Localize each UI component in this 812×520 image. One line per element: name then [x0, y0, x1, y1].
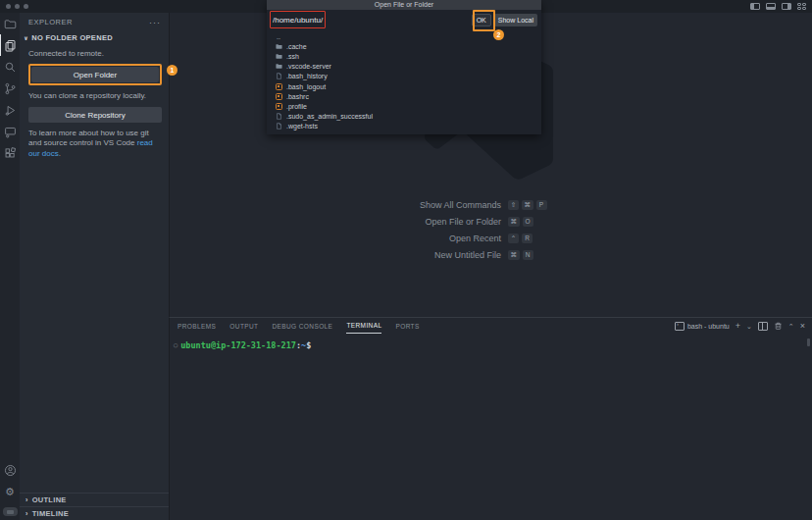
- list-item[interactable]: .wget-hsts: [267, 122, 541, 131]
- clone-hint-text: You can clone a repository locally.: [28, 91, 162, 102]
- shortcut-row: New Untitled File ⌘N: [268, 246, 547, 263]
- remote-indicator-badge[interactable]: [3, 507, 18, 516]
- window-controls[interactable]: [6, 4, 28, 9]
- list-item[interactable]: .bashrc: [267, 91, 541, 101]
- list-item[interactable]: .vscode-server: [267, 62, 541, 72]
- terminal-prompt: ubuntu@ip-172-31-18-217:~$: [180, 340, 311, 350]
- open-folder-annotation-box: Open Folder: [28, 64, 162, 85]
- kill-terminal-icon[interactable]: [774, 321, 783, 331]
- new-terminal-icon[interactable]: +: [736, 322, 740, 331]
- split-terminal-icon[interactable]: [758, 322, 768, 331]
- layout-controls: [750, 3, 806, 10]
- terminal-dropdown-icon[interactable]: ⌄: [746, 323, 752, 330]
- customize-layout-icon[interactable]: [797, 3, 806, 10]
- panel-tab-bar: PROBLEMS OUTPUT DEBUG CONSOLE TERMINAL P…: [170, 318, 812, 334]
- remote-explorer-icon[interactable]: [0, 121, 20, 142]
- toggle-panel-icon[interactable]: [766, 3, 776, 10]
- shortcut-label: Open File or Folder: [268, 217, 508, 227]
- entry-name: .sudo_as_admin_successful: [286, 113, 373, 120]
- list-item[interactable]: .bash_logout: [267, 81, 541, 91]
- shell-script-icon: [276, 83, 282, 90]
- maximize-panel-icon[interactable]: ⌃: [788, 323, 794, 330]
- timeline-section[interactable]: › TIMELINE: [20, 506, 169, 520]
- entry-name: .vscode-server: [286, 63, 331, 70]
- folder-icon: [276, 63, 282, 70]
- shell-script-icon: [276, 93, 282, 100]
- tab-debug-console[interactable]: DEBUG CONSOLE: [272, 318, 332, 334]
- list-item[interactable]: .cache: [267, 41, 541, 51]
- show-local-button[interactable]: Show Local: [494, 14, 537, 26]
- entry-name: .bash_history: [286, 73, 328, 79]
- shortcut-row: Open Recent ⌃R: [268, 230, 547, 246]
- list-item[interactable]: .sudo_as_admin_successful: [267, 112, 541, 122]
- folder-icon[interactable]: [0, 13, 20, 34]
- run-debug-icon[interactable]: [0, 99, 20, 121]
- terminal-content[interactable]: ○ ubuntu@ip-172-31-18-217:~$: [170, 334, 812, 350]
- tab-output[interactable]: OUTPUT: [229, 318, 258, 334]
- outline-label: OUTLINE: [32, 495, 67, 504]
- explorer-icon[interactable]: [0, 34, 20, 56]
- command-decoration-icon: ○: [174, 341, 178, 349]
- docs-text: To learn more about how to use git and s…: [28, 129, 149, 148]
- settings-gear-icon[interactable]: ⚙: [0, 481, 20, 502]
- tab-ports[interactable]: PORTS: [395, 318, 419, 334]
- terminal-instance-label: bash - ubuntu: [687, 323, 730, 330]
- more-actions-icon[interactable]: ···: [149, 21, 161, 25]
- docs-paragraph: To learn more about how to use git and s…: [28, 129, 162, 160]
- activity-bar-bottom: ⚙: [0, 459, 20, 520]
- file-icon: [276, 73, 282, 79]
- terminal-scrollbar[interactable]: [807, 338, 810, 346]
- shortcut-label: New Untitled File: [268, 250, 508, 260]
- tab-terminal[interactable]: TERMINAL: [346, 318, 381, 334]
- o-key: O: [523, 217, 533, 227]
- close-window-icon[interactable]: [6, 4, 11, 9]
- timeline-label: TIMELINE: [32, 509, 69, 518]
- section-no-folder-opened[interactable]: ∨ NO FOLDER OPENED: [20, 30, 169, 45]
- minimize-window-icon[interactable]: [15, 4, 20, 9]
- entry-name: .ssh: [286, 53, 299, 60]
- cmd-key: ⌘: [522, 200, 533, 210]
- file-list: .. .cache .ssh .vscode-server .bash_hist…: [267, 29, 541, 134]
- sidebar-title: EXPLORER: [28, 18, 73, 26]
- r-key: R: [522, 234, 533, 243]
- prompt-dollar: $: [306, 340, 311, 350]
- watermark-shortcuts: Show All Commands ⇧⌘P Open File or Folde…: [268, 196, 547, 263]
- panel-actions: bash - ubuntu + ⌄ ⌃ ×: [675, 321, 812, 331]
- list-item[interactable]: .bash_history: [267, 72, 541, 81]
- open-folder-button[interactable]: Open Folder: [31, 67, 159, 82]
- n-key: N: [523, 250, 533, 260]
- path-input[interactable]: [273, 16, 469, 25]
- annotation-mark-1: 1: [167, 65, 178, 76]
- close-panel-icon[interactable]: ×: [800, 322, 805, 331]
- bottom-panel: PROBLEMS OUTPUT DEBUG CONSOLE TERMINAL P…: [169, 317, 812, 520]
- folder-icon: [276, 43, 282, 50]
- list-item[interactable]: .ssh: [267, 51, 541, 61]
- shortcut-row: Open File or Folder ⌘O: [268, 213, 547, 230]
- tab-problems[interactable]: PROBLEMS: [178, 318, 216, 334]
- source-control-icon[interactable]: [0, 78, 20, 99]
- docs-period: .: [59, 149, 61, 158]
- account-icon[interactable]: [0, 459, 20, 481]
- entry-name: .profile: [286, 103, 307, 110]
- search-icon[interactable]: [0, 56, 20, 78]
- file-icon: [276, 113, 282, 120]
- toggle-sidebar-icon[interactable]: [750, 3, 760, 10]
- cmd-key: ⌘: [508, 250, 520, 260]
- entry-name: .bash_logout: [286, 83, 326, 90]
- shortcut-label: Open Recent: [268, 234, 508, 243]
- list-item[interactable]: .profile: [267, 101, 541, 111]
- open-file-folder-dialog: Open File or Folder OK Show Local .. .ca…: [267, 0, 541, 134]
- clone-repository-button[interactable]: Clone Repository: [28, 107, 162, 123]
- sidebar-bottom-sections: › OUTLINE › TIMELINE: [20, 493, 169, 520]
- shortcut-row: Show All Commands ⇧⌘P: [268, 196, 547, 213]
- outline-section[interactable]: › OUTLINE: [20, 493, 169, 506]
- terminal-instance[interactable]: bash - ubuntu: [675, 322, 730, 331]
- ok-button[interactable]: OK: [472, 14, 491, 26]
- maximize-window-icon[interactable]: [24, 4, 28, 9]
- dialog-input-row: OK Show Local: [267, 10, 541, 29]
- annotation-mark-2: 2: [493, 29, 504, 40]
- toggle-secondary-sidebar-icon[interactable]: [782, 3, 791, 10]
- ctrl-key: ⌃: [508, 234, 519, 243]
- extensions-icon[interactable]: [0, 142, 20, 164]
- cmd-key: ⌘: [508, 217, 520, 227]
